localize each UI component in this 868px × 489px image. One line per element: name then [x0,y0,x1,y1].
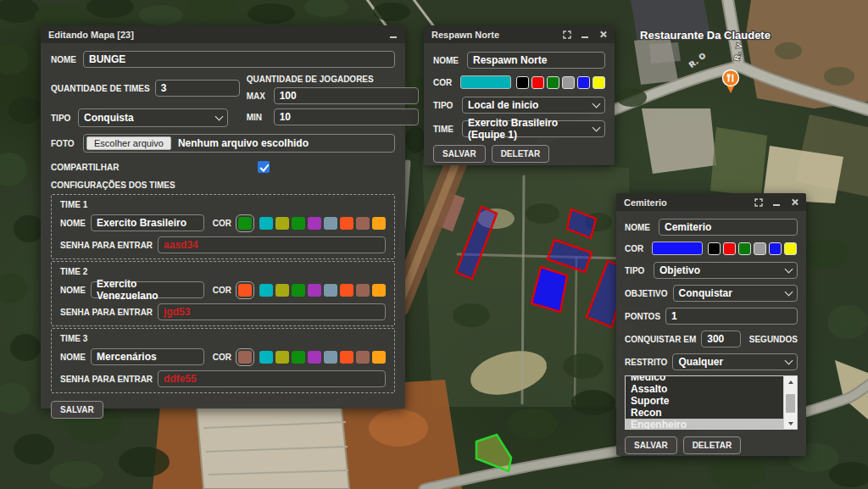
color-swatch[interactable] [593,76,605,89]
cemiterio-selected-color[interactable] [652,242,703,255]
map-type-select[interactable]: Conquista [78,108,228,127]
expand-icon[interactable] [563,31,571,39]
color-swatch[interactable] [275,284,289,297]
compartilhar-label: COMPARTILHAR [51,163,119,172]
respawn-type-select[interactable]: Local de inicio [462,97,605,114]
respawn-palette [516,76,605,89]
map-name-input[interactable]: BUNGE [83,51,395,68]
team-1-name-input[interactable]: Exercito Brasileiro [91,214,204,231]
objective-select[interactable]: Conquistar [673,285,798,302]
color-swatch[interactable] [308,351,321,364]
cemiterio-panel-header[interactable]: Cemiterio [616,193,806,211]
color-swatch[interactable] [356,217,370,230]
points-input[interactable]: 1 [665,308,798,325]
color-swatch[interactable] [308,217,321,230]
minimize-icon[interactable] [389,31,398,39]
color-swatch[interactable] [562,76,575,89]
team-2-palette [259,284,386,297]
color-swatch[interactable] [324,217,337,230]
color-swatch[interactable] [547,76,559,89]
nome-label: NOME [51,55,78,64]
share-checkbox[interactable] [258,161,270,173]
color-swatch[interactable] [340,217,353,230]
respawn-selected-color[interactable] [460,75,511,89]
color-swatch[interactable] [372,217,386,230]
color-swatch[interactable] [516,76,529,89]
list-item-selected[interactable]: Engenheiro [626,419,783,429]
color-swatch[interactable] [259,217,273,230]
expand-icon[interactable] [754,198,763,207]
chevron-down-icon [785,265,793,274]
color-swatch[interactable] [356,351,370,364]
save-button[interactable]: SALVAR [433,145,486,163]
team-3-password-input[interactable]: ddfe55 [158,370,386,387]
close-icon[interactable] [598,31,607,39]
list-item[interactable]: Assalto [626,383,783,395]
restaurant-pin-icon[interactable] [723,70,739,94]
team-3-name-input[interactable]: Mercenários [91,348,204,365]
team-1-password-input[interactable]: aasd34 [158,236,386,253]
max-players-input[interactable]: 100 [274,87,419,104]
photo-file-input[interactable]: Escolher arquivo Nenhum arquivo escolhid… [83,134,395,153]
list-item[interactable]: Recon [626,407,783,419]
respawn-name-input[interactable]: Respawn Norte [467,52,605,69]
min-players-input[interactable]: 10 [274,108,419,125]
team-2-selected-color[interactable] [238,284,252,297]
team-2-name-input[interactable]: Exercito Venezuelano [91,281,204,298]
color-swatch[interactable] [324,351,337,364]
respawn-panel-header[interactable]: Respawn Norte [424,25,615,43]
team-3-palette [259,351,386,364]
list-item[interactable]: Medico [626,376,783,383]
restricted-select[interactable]: Qualquer [672,353,798,370]
listbox-scrollbar[interactable] [783,376,797,429]
minimize-icon[interactable] [581,31,589,39]
color-swatch[interactable] [372,351,386,364]
road-label-ro: R. O [687,51,708,69]
color-swatch[interactable] [531,76,544,89]
scroll-down-icon[interactable] [784,418,797,429]
color-swatch[interactable] [259,351,273,364]
team-2-password-input[interactable]: jgd53 [158,303,386,320]
scrollbar-thumb[interactable] [786,394,795,413]
team-count-input[interactable]: 3 [155,80,240,97]
color-swatch[interactable] [292,284,305,297]
color-swatch[interactable] [577,76,590,89]
color-swatch[interactable] [723,242,736,255]
color-swatch[interactable] [754,242,766,255]
delete-button[interactable]: DELETAR [683,436,741,454]
color-swatch[interactable] [769,242,782,255]
color-swatch[interactable] [275,351,289,364]
color-swatch[interactable] [784,242,797,255]
color-swatch[interactable] [259,284,273,297]
editor-panel-header[interactable]: Editando Mapa [23] [41,25,405,43]
respawn-zone-green[interactable] [476,435,511,471]
color-swatch[interactable] [308,284,321,297]
respawn-team-select[interactable]: Exercito Brasileiro (Equipe 1) [462,120,605,137]
minimize-icon[interactable] [772,198,781,207]
color-swatch[interactable] [372,284,386,297]
color-swatch[interactable] [275,217,289,230]
cemiterio-name-input[interactable]: Cemiterio [659,219,798,236]
class-listbox[interactable]: Medico Assalto Suporte Recon Engenheiro [625,375,798,430]
save-button[interactable]: SALVAR [625,436,677,454]
color-swatch[interactable] [708,242,721,255]
color-swatch[interactable] [324,284,337,297]
chevron-down-icon [593,124,601,132]
capture-time-input[interactable]: 300 [701,331,741,347]
list-item[interactable]: Suporte [626,395,783,407]
color-swatch[interactable] [340,351,353,364]
color-swatch[interactable] [738,242,751,255]
save-button[interactable]: SALVAR [51,401,103,419]
cemiterio-type-select[interactable]: Objetivo [654,262,798,279]
color-swatch[interactable] [292,351,305,364]
delete-button[interactable]: DELETAR [492,145,549,163]
team-1-selected-color[interactable] [238,217,252,230]
team-3-selected-color[interactable] [238,351,252,364]
close-icon[interactable] [790,198,798,207]
color-swatch[interactable] [356,284,370,297]
color-swatch[interactable] [292,217,305,230]
choose-file-button[interactable]: Escolher arquivo [86,136,171,150]
cemiterio-panel-title: Cemiterio [624,197,667,208]
color-swatch[interactable] [340,284,353,297]
scroll-up-icon[interactable] [784,376,797,387]
